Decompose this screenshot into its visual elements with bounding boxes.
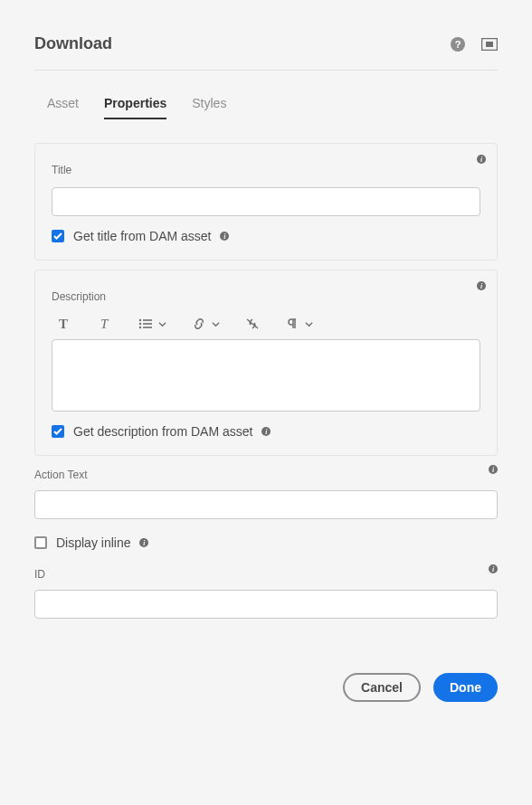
title-panel: Title Get title from DAM asset (34, 143, 498, 260)
svg-point-6 (139, 323, 141, 325)
info-icon[interactable] (220, 232, 229, 241)
action-text-input[interactable] (34, 490, 498, 519)
display-inline-checkbox[interactable] (34, 536, 47, 549)
info-icon[interactable] (477, 281, 486, 290)
id-input[interactable] (34, 590, 498, 619)
fullscreen-icon[interactable] (481, 38, 498, 51)
action-text-label: Action Text (34, 469, 498, 481)
svg-point-4 (139, 319, 141, 321)
svg-rect-5 (143, 319, 152, 321)
svg-rect-7 (143, 323, 152, 325)
help-icon[interactable]: ? (451, 37, 465, 52)
info-icon[interactable] (139, 538, 148, 547)
id-label: ID (34, 568, 498, 581)
cancel-button[interactable]: Cancel (343, 673, 421, 702)
tab-asset[interactable]: Asset (47, 89, 79, 119)
description-label: Description (52, 290, 480, 303)
page-title: Download (34, 34, 112, 53)
title-input[interactable] (52, 187, 480, 216)
svg-text:T: T (100, 317, 109, 330)
description-dam-checkbox-label: Get description from DAM asset (73, 424, 252, 439)
svg-rect-1 (486, 42, 493, 47)
tab-styles[interactable]: Styles (192, 89, 226, 119)
svg-text:T: T (59, 317, 68, 330)
done-button[interactable]: Done (433, 673, 498, 702)
tab-properties[interactable]: Properties (104, 89, 166, 119)
display-inline-label: Display inline (56, 535, 130, 550)
description-panel: Description T T (34, 270, 498, 456)
description-dam-checkbox[interactable] (52, 425, 64, 438)
paragraph-icon[interactable] (285, 317, 313, 330)
info-icon[interactable] (261, 427, 271, 436)
unlink-icon[interactable] (245, 317, 260, 330)
rte-toolbar: T T (52, 314, 480, 339)
bold-icon[interactable]: T (59, 317, 73, 330)
title-label: Title (52, 164, 480, 176)
svg-rect-9 (143, 327, 152, 328)
description-input[interactable] (52, 339, 480, 412)
title-dam-checkbox[interactable] (52, 230, 64, 242)
list-icon[interactable] (138, 317, 166, 330)
info-icon[interactable] (489, 564, 498, 573)
info-icon[interactable] (477, 155, 486, 164)
link-icon[interactable] (192, 317, 220, 330)
info-icon[interactable] (489, 465, 498, 474)
svg-point-8 (139, 327, 141, 328)
italic-icon[interactable]: T (99, 317, 113, 330)
title-dam-checkbox-label: Get title from DAM asset (73, 229, 211, 243)
